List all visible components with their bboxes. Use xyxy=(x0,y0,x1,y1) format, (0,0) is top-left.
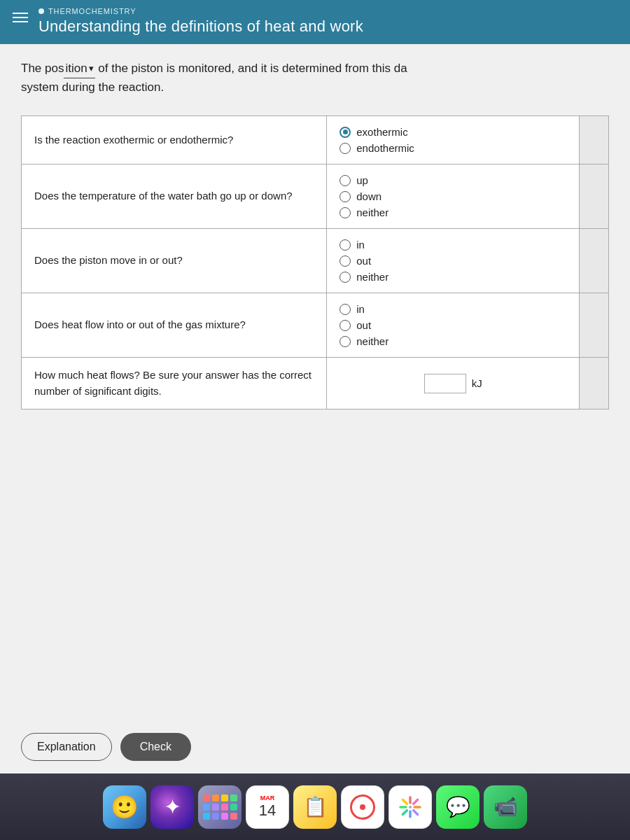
answer-4: in out neither xyxy=(327,293,580,358)
radio-neither-4[interactable]: neither xyxy=(340,335,566,347)
answer-5: kJ xyxy=(327,358,580,410)
macos-dock: 🙂 ✦ MAR 14 📋 xyxy=(0,774,630,840)
intro-line2: system during the reaction. xyxy=(21,80,164,94)
header-bar: THERMOCHEMISTRY Understanding the defini… xyxy=(0,0,630,44)
question-2: Does the temperature of the water bath g… xyxy=(22,164,327,229)
radio-group-4: in out neither xyxy=(340,303,566,347)
radio-group-3: in out neither xyxy=(340,239,566,283)
dock-messages[interactable]: 💬 xyxy=(436,785,479,829)
radio-out-4[interactable]: out xyxy=(340,319,566,331)
radio-label-in-3: in xyxy=(356,239,365,251)
radio-label-neither-4: neither xyxy=(356,335,388,347)
table-row: Is the reaction exothermic or endothermi… xyxy=(22,116,609,164)
question-4: Does heat flow into or out of the gas mi… xyxy=(22,293,327,358)
dock-launchpad[interactable] xyxy=(198,785,241,829)
radio-in-4[interactable]: in xyxy=(340,303,566,315)
answer-3: in out neither xyxy=(327,229,580,293)
radio-circle-neither-2 xyxy=(340,207,351,218)
button-row: Explanation Check xyxy=(0,719,630,774)
svg-point-0 xyxy=(409,806,412,808)
radio-out-3[interactable]: out xyxy=(340,255,566,267)
explanation-button[interactable]: Explanation xyxy=(21,733,112,761)
heat-input-field[interactable] xyxy=(424,374,466,393)
radio-label-out-4: out xyxy=(356,319,371,331)
radio-exothermic[interactable]: exothermic xyxy=(340,126,566,138)
launchpad-grid xyxy=(203,794,237,820)
header-dot-icon xyxy=(38,8,44,14)
side-col-3 xyxy=(580,229,609,293)
dock-siri[interactable]: ✦ xyxy=(150,785,194,829)
side-col-5 xyxy=(580,358,609,410)
dock-photos[interactable] xyxy=(388,785,432,829)
radio-circle-out-3 xyxy=(340,255,351,267)
heat-unit-label: kJ xyxy=(472,377,482,389)
radio-up[interactable]: up xyxy=(340,174,566,186)
radio-label-neither-3: neither xyxy=(356,271,388,283)
radio-label-in-4: in xyxy=(356,303,365,315)
side-col-4 xyxy=(580,293,609,358)
check-button[interactable]: Check xyxy=(120,733,191,761)
side-col-1 xyxy=(580,116,609,164)
radio-label-down: down xyxy=(356,190,382,202)
intro-text: The position of the piston is monitored,… xyxy=(21,59,609,96)
radio-group-2: up down neither xyxy=(340,174,566,218)
radio-endothermic[interactable]: endothermic xyxy=(340,142,566,154)
question-3: Does the piston move in or out? xyxy=(22,229,327,293)
radio-circle-neither-3 xyxy=(340,272,351,283)
question-5: How much heat flows? Be sure your answer… xyxy=(22,358,327,410)
radio-circle-down xyxy=(340,191,351,202)
radio-circle-exothermic xyxy=(340,127,351,138)
intro-prefix: The pos xyxy=(21,62,64,75)
side-col-2 xyxy=(580,164,609,229)
calendar-month: MAR xyxy=(260,794,275,802)
table-row: Does the piston move in or out? in out n… xyxy=(22,229,609,293)
dock-reminders[interactable] xyxy=(341,785,384,829)
answer-1: exothermic endothermic xyxy=(327,116,580,164)
radio-label-up: up xyxy=(356,174,368,186)
radio-circle-in-4 xyxy=(340,304,351,315)
header-title: Understanding the definitions of heat an… xyxy=(38,18,616,36)
table-row: Does the temperature of the water bath g… xyxy=(22,164,609,229)
dock-finder[interactable]: 🙂 xyxy=(103,785,146,829)
inline-dropdown[interactable]: ition xyxy=(64,59,94,78)
radio-label-exothermic: exothermic xyxy=(356,126,407,138)
question-1: Is the reaction exothermic or endothermi… xyxy=(22,116,327,164)
radio-circle-in-3 xyxy=(340,239,351,251)
table-row: Does heat flow into or out of the gas mi… xyxy=(22,293,609,358)
radio-label-out-3: out xyxy=(356,255,371,267)
main-content: The position of the piston is monitored,… xyxy=(0,44,630,719)
table-row: How much heat flows? Be sure your answer… xyxy=(22,358,609,410)
radio-down[interactable]: down xyxy=(340,190,566,202)
radio-circle-out-4 xyxy=(340,320,351,331)
radio-in-3[interactable]: in xyxy=(340,239,566,251)
radio-circle-up xyxy=(340,175,351,186)
radio-group-1: exothermic endothermic xyxy=(340,126,566,154)
photos-icon xyxy=(396,793,424,821)
radio-neither-3[interactable]: neither xyxy=(340,271,566,283)
radio-label-neither-2: neither xyxy=(356,206,388,218)
hamburger-menu[interactable] xyxy=(13,13,28,22)
subtitle-text: THERMOCHEMISTRY xyxy=(48,7,136,15)
radio-circle-endothermic xyxy=(340,143,351,154)
radio-neither-2[interactable]: neither xyxy=(340,206,566,218)
intro-suffix: of the piston is monitored, and it is de… xyxy=(98,62,407,75)
header-subtitle: THERMOCHEMISTRY xyxy=(38,7,616,15)
radio-circle-neither-4 xyxy=(340,336,351,347)
question-table: Is the reaction exothermic or endothermi… xyxy=(21,115,609,410)
dock-facetime[interactable]: 📹 xyxy=(484,785,527,829)
radio-label-endothermic: endothermic xyxy=(356,142,414,154)
dock-calendar[interactable]: MAR 14 xyxy=(246,785,289,829)
dock-notes[interactable]: 📋 xyxy=(293,785,337,829)
answer-2: up down neither xyxy=(327,164,580,229)
calendar-day: 14 xyxy=(259,802,276,820)
heat-input-row: kJ xyxy=(340,374,566,393)
